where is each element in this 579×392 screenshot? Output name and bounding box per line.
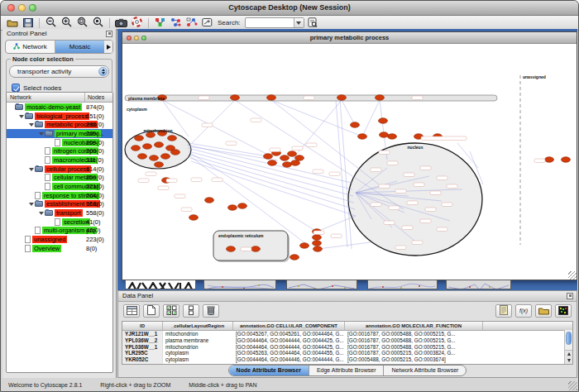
scroll-up-button[interactable] [565, 351, 572, 357]
tab-node-attribute-browser[interactable]: Node Attribute Browser [229, 366, 309, 375]
tree-column-nodes[interactable]: Nodes [85, 93, 112, 102]
vizmapper-button[interactable] [153, 17, 167, 29]
network-node[interactable] [155, 162, 164, 168]
tree-row[interactable]: secretion41(0) [7, 218, 112, 227]
tree-expander-icon[interactable] [19, 113, 25, 119]
network-node[interactable] [358, 134, 367, 140]
select-attributes-button[interactable] [163, 304, 179, 318]
network-node[interactable] [231, 95, 240, 101]
tree-row[interactable]: response to stimulu264(0) [7, 191, 112, 200]
tab-network-attribute-browser[interactable]: Network Attribute Browser [384, 366, 466, 375]
unselect-attributes-button[interactable] [183, 304, 199, 318]
network-node[interactable] [545, 157, 554, 163]
network-node[interactable] [291, 160, 300, 166]
background-window[interactable] [446, 280, 511, 289]
tree-row[interactable]: cell communicat221(0) [7, 182, 112, 191]
network-node[interactable] [300, 243, 309, 249]
tree-row[interactable]: cellular process614(0) [7, 165, 112, 174]
network-node[interactable] [228, 205, 237, 211]
app-resize-grip[interactable] [568, 381, 577, 390]
network-node[interactable] [313, 241, 322, 246]
node-color-select[interactable]: transporter activity [9, 65, 109, 78]
background-window[interactable] [367, 280, 438, 289]
zoom-window-icon[interactable] [141, 36, 146, 41]
select-nodes-checkbox[interactable] [12, 84, 20, 92]
save-button[interactable] [21, 17, 35, 29]
background-window[interactable] [286, 280, 357, 289]
network-node[interactable] [143, 144, 152, 150]
network-node[interactable] [155, 142, 164, 148]
tree-row[interactable]: establishment of lo558(0) [7, 200, 112, 209]
network-node[interactable] [138, 154, 147, 160]
search-input[interactable] [246, 19, 295, 26]
network-node[interactable] [238, 203, 247, 209]
network-node[interactable] [264, 154, 273, 160]
network-node[interactable] [288, 151, 297, 157]
column-header-molecular-function[interactable]: annotation.GO MOLECULAR_FUNCTION [345, 322, 483, 330]
search-dropdown-button[interactable] [294, 18, 304, 27]
tree-expander-icon[interactable] [29, 122, 35, 127]
tree-row[interactable]: macromolecule311(0) [7, 155, 112, 165]
help-button[interactable] [130, 17, 144, 29]
background-window[interactable] [125, 280, 196, 289]
table-row[interactable]: YLR295C cytoplasm [GO:0045263, GO:004446… [122, 350, 572, 356]
network-node[interactable] [161, 154, 170, 160]
create-attribute-button[interactable] [143, 304, 160, 318]
zoom-fit-button[interactable] [91, 17, 105, 29]
column-header-region[interactable]: _cellularLayoutRegion [163, 322, 233, 330]
snapshot-button[interactable] [114, 17, 128, 29]
float-panel-icon[interactable] [106, 31, 112, 37]
background-window[interactable] [203, 280, 276, 289]
tab-scroll-button[interactable] [104, 41, 112, 53]
annotation-button[interactable] [200, 17, 214, 29]
network-node[interactable] [168, 136, 177, 141]
network-node[interactable] [283, 162, 292, 168]
network-node[interactable] [227, 246, 236, 252]
zoom-window-icon[interactable] [29, 4, 36, 12]
network-view-window[interactable]: primary metabolic process [122, 31, 577, 280]
network-node[interactable] [267, 95, 276, 101]
load-attributes-button[interactable] [535, 304, 552, 318]
network-node[interactable] [313, 235, 322, 241]
float-panel-icon[interactable] [567, 293, 573, 299]
network-node[interactable] [380, 132, 389, 138]
delete-attribute-button[interactable] [203, 304, 219, 318]
table-row[interactable]: YJR121W__1 mitochondrion [GO:0045267, GO… [122, 331, 572, 337]
network-node[interactable] [313, 246, 323, 252]
tree-row[interactable]: nitrogen compo209(0) [7, 146, 112, 155]
network-node[interactable] [280, 155, 290, 161]
formula-builder-button[interactable]: f(x) [515, 304, 532, 318]
tab-network[interactable]: Network [6, 41, 55, 53]
tree-expander-icon[interactable] [29, 166, 35, 172]
network-node[interactable] [132, 146, 141, 151]
attribute-table-button[interactable] [123, 304, 140, 318]
tree-expander-icon[interactable] [29, 201, 35, 207]
tree-row[interactable]: mosaic-demo-yeast874(0) [7, 103, 112, 112]
import-network-button[interactable] [169, 17, 183, 29]
table-scrollbar[interactable] [564, 330, 572, 364]
scroll-down-button[interactable] [565, 357, 572, 364]
network-node[interactable] [268, 160, 277, 166]
network-node[interactable] [150, 155, 159, 161]
title-bar[interactable]: Cytoscape Desktop (New Session) [1, 1, 578, 16]
zoom-in-button[interactable] [60, 17, 74, 29]
network-canvas[interactable]: plasma membrane cytoplasm mitochondrion … [122, 44, 575, 279]
table-row[interactable]: YPL036W__2 plasma membrane [GO:0044464, … [122, 337, 572, 344]
network-node[interactable] [295, 155, 304, 161]
zoom-selected-button[interactable] [75, 17, 89, 29]
import-attributes-button[interactable] [184, 17, 199, 29]
close-icon[interactable] [7, 4, 15, 12]
network-node[interactable] [189, 215, 199, 221]
network-node[interactable] [205, 198, 214, 203]
tab-edge-attribute-browser[interactable]: Edge Attribute Browser [309, 366, 385, 375]
tree-row[interactable]: cellular metabo209(0) [7, 174, 112, 183]
tree-row[interactable]: Overview8(0) [7, 244, 112, 253]
network-node[interactable] [388, 134, 397, 140]
advanced-search-button[interactable] [306, 17, 320, 29]
tree-row[interactable]: nucleobase-209(0) [7, 138, 112, 147]
network-view-titlebar[interactable]: primary metabolic process [122, 32, 577, 44]
network-node[interactable] [376, 95, 385, 101]
network-node[interactable] [290, 255, 299, 261]
table-row[interactable]: YKR052C cytoplasm [GO:0044464, GO:004444… [122, 356, 572, 363]
tree-column-network[interactable]: Network [7, 93, 85, 102]
